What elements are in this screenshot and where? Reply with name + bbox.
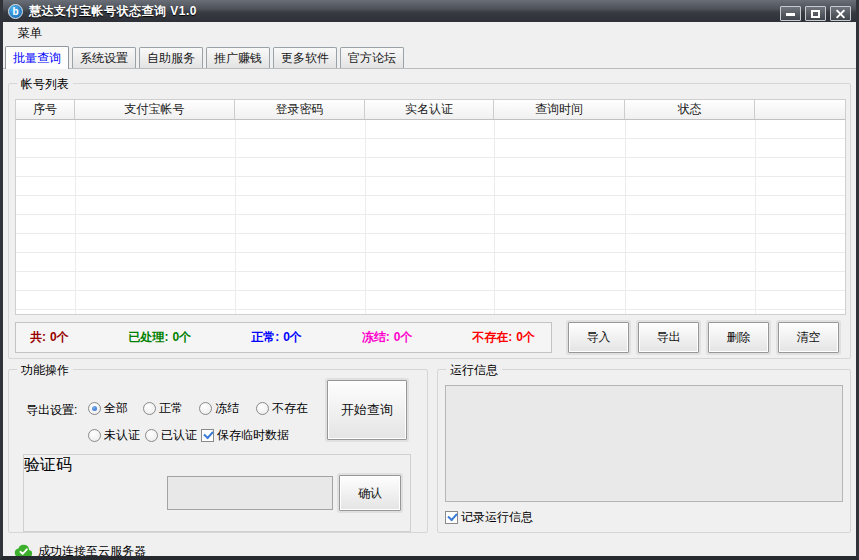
radio-all[interactable]: 全部 [88,400,128,417]
stat-value: 0个 [173,330,192,344]
operations-group-title: 功能操作 [17,362,73,379]
radio-dot [199,402,212,415]
clear-button[interactable]: 清空 [778,322,839,353]
radio-normal[interactable]: 正常 [143,400,183,417]
tab-self-service[interactable]: 自助服务 [139,47,203,68]
column-divider [494,120,495,314]
maximize-icon [811,10,820,18]
radio-dot [88,429,101,442]
radio-dot [88,402,101,415]
column-divider [75,120,76,314]
stat-label: 共: [30,330,46,344]
account-table-header: 序号 支付宝帐号 登录密码 实名认证 查询时间 状态 [16,100,845,120]
minimize-icon [786,13,795,16]
run-log-area[interactable] [445,385,843,502]
stat-not-exist: 不存在:0个 [472,329,535,346]
column-header-index[interactable]: 序号 [16,100,75,119]
tab-system-settings[interactable]: 系统设置 [72,47,136,68]
radio-dot [143,402,156,415]
column-header-empty [755,100,845,119]
window-title: 慧达支付宝帐号状态查询 V1.0 [29,3,197,20]
stat-total: 共:0个 [30,329,69,346]
app-window: b 慧达支付宝帐号状态查询 V1.0 菜单 批量查询 系统设置 自助服务 推广赚… [0,0,859,560]
column-divider [235,120,236,314]
confirm-button[interactable]: 确认 [339,475,401,511]
stat-value: 0个 [394,330,413,344]
stat-value: 0个 [516,330,535,344]
tab-page-batch-query: 帐号列表 序号 支付宝帐号 登录密码 实名认证 查询时间 状态 [3,68,856,556]
captcha-input[interactable] [167,476,333,510]
captcha-group: 验证码 确认 [23,454,411,532]
stat-label: 冻结: [362,330,390,344]
column-header-realname[interactable]: 实名认证 [365,100,494,119]
account-table-body[interactable] [16,120,845,314]
column-header-status[interactable]: 状态 [625,100,755,119]
column-header-account[interactable]: 支付宝帐号 [75,100,235,119]
radio-frozen[interactable]: 冻结 [199,400,239,417]
stat-normal: 正常:0个 [251,329,302,346]
checkbox-icon [445,511,458,524]
run-info-group: 运行信息 记录运行信息 [437,369,851,533]
record-log-checkbox[interactable]: 记录运行信息 [445,509,533,526]
column-header-password[interactable]: 登录密码 [235,100,365,119]
delete-button[interactable]: 删除 [708,322,769,353]
tab-official-forum[interactable]: 官方论坛 [340,47,404,68]
import-button[interactable]: 导入 [568,322,629,353]
tab-batch-query[interactable]: 批量查询 [5,46,69,69]
run-info-group-title: 运行信息 [446,362,502,379]
captcha-group-title: 验证码 [24,456,72,473]
operations-group: 功能操作 导出设置: 全部 正常 冻结 不存在 未认证 已认证 保存临时数据 [8,369,428,533]
stats-panel: 共:0个 已处理:0个 正常:0个 冻结:0个 不存在:0个 [15,322,552,353]
radio-not-exist[interactable]: 不存在 [256,400,308,417]
start-query-button[interactable]: 开始查询 [327,380,407,440]
status-bar: 成功连接至云服务器 [3,539,856,560]
cloud-check-icon [14,544,33,558]
export-button[interactable]: 导出 [638,322,699,353]
column-divider [755,120,756,314]
tab-strip: 批量查询 系统设置 自助服务 推广赚钱 更多软件 官方论坛 [3,45,856,68]
account-list-group-title: 帐号列表 [17,76,73,93]
tab-promotion[interactable]: 推广赚钱 [206,47,270,68]
stat-value: 0个 [50,330,69,344]
minimize-button[interactable] [780,6,801,21]
app-logo-icon: b [8,4,23,19]
column-divider [365,120,366,314]
menu-bar: 菜单 [3,22,856,45]
radio-dot [256,402,269,415]
radio-unverified[interactable]: 未认证 [88,427,140,444]
stat-label: 不存在: [472,330,512,344]
account-list-group: 帐号列表 序号 支付宝帐号 登录密码 实名认证 查询时间 状态 [8,83,851,359]
menu-item-main[interactable]: 菜单 [13,23,47,44]
stat-processed: 已处理:0个 [129,329,192,346]
column-divider [625,120,626,314]
column-header-querytime[interactable]: 查询时间 [494,100,625,119]
export-settings-label: 导出设置: [26,402,77,419]
status-text: 成功连接至云服务器 [38,543,146,560]
window-controls [776,6,851,21]
stat-frozen: 冻结:0个 [362,329,413,346]
tab-more-software[interactable]: 更多软件 [273,47,337,68]
title-bar[interactable]: b 慧达支付宝帐号状态查询 V1.0 [3,0,856,22]
stat-label: 已处理: [129,330,169,344]
account-table: 序号 支付宝帐号 登录密码 实名认证 查询时间 状态 [15,99,846,315]
radio-dot [145,429,158,442]
close-button[interactable] [830,6,851,21]
maximize-button[interactable] [805,6,826,21]
save-temp-checkbox[interactable]: 保存临时数据 [201,427,289,444]
stat-label: 正常: [251,330,279,344]
stat-value: 0个 [283,330,302,344]
checkbox-icon [201,429,214,442]
radio-verified[interactable]: 已认证 [145,427,197,444]
